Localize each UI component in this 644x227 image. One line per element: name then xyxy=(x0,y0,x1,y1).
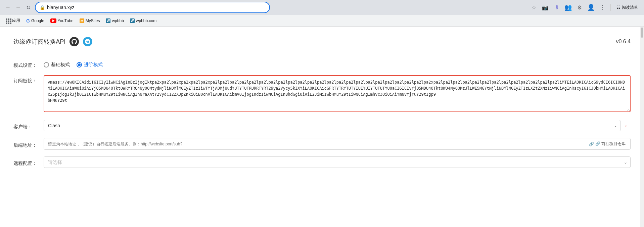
youtube-label: YouTube xyxy=(58,18,74,23)
scrollbar-thumb[interactable] xyxy=(641,28,643,38)
backend-input-group: 🔗 🔗 前往项目仓库 xyxy=(44,138,631,150)
backend-row: 后端地址： 🔗 🔗 前往项目仓库 xyxy=(13,138,631,150)
page-title-area: 边缘@订阅转换API xyxy=(13,37,92,46)
backend-control: 🔗 🔗 前往项目仓库 xyxy=(44,138,631,150)
remote-dropdown-container: 请选择 ⌄ xyxy=(44,156,631,168)
apps-label: 应用 xyxy=(12,18,20,24)
client-label: 客户端： xyxy=(13,121,37,130)
backend-input[interactable] xyxy=(44,138,584,149)
browser-toolbar: ← → ↻ 🔒 ☆ 📷 ⇩ 👥 ⚙ 👤 ⋮ ☷ 阅读清单 xyxy=(0,0,644,15)
bookmark-mysites[interactable]: M MySites xyxy=(77,17,103,24)
advanced-mode-label: 进阶模式 xyxy=(84,62,103,68)
mode-row: 模式设置： 基础模式 进阶模式 xyxy=(13,60,631,69)
mysites-label: MySites xyxy=(86,18,100,23)
page-content: 边缘@订阅转换API v0.6.4 模式设置： 基础模式 xyxy=(0,27,644,227)
bookmark-apps[interactable]: 应用 xyxy=(3,17,23,25)
bookmarks-bar: 应用 G Google YouTube M MySites W wpbbb W … xyxy=(0,15,644,27)
page-header: 边缘@订阅转换API v0.6.4 xyxy=(13,34,631,50)
reading-icon: ☷ xyxy=(617,5,620,10)
nav-buttons: ← → ↻ xyxy=(3,3,33,12)
basic-mode-option[interactable]: 基础模式 xyxy=(44,62,70,68)
remote-label: 远程配置： xyxy=(13,158,37,167)
client-select[interactable]: Clash Surge Quantumult X Loon ShadowRock… xyxy=(44,120,620,131)
bookmark-wpbbb-com[interactable]: W wpbbb.com xyxy=(127,17,159,24)
bookmark-google[interactable]: G Google xyxy=(24,17,47,25)
refresh-button[interactable]: ↻ xyxy=(24,3,33,12)
address-bar[interactable]: 🔒 xyxy=(35,2,270,13)
profile-button[interactable]: 👥 xyxy=(563,3,573,12)
menu-button[interactable]: ⋮ xyxy=(598,3,607,12)
reading-list-button[interactable]: ☷ 阅读清单 xyxy=(614,4,641,11)
page-title: 边缘@订阅转换API xyxy=(13,38,65,46)
wp-icon-2: W xyxy=(130,18,135,23)
reading-label: 阅读清单 xyxy=(622,5,638,10)
camera-button[interactable]: 📷 xyxy=(541,3,550,12)
back-button[interactable]: ← xyxy=(3,3,13,12)
wpbbb-label: wpbbb xyxy=(112,18,124,23)
repo-label: 🔗 前往项目仓库 xyxy=(595,141,626,147)
remote-control: 请选择 ⌄ xyxy=(44,156,631,168)
mysites-icon: M xyxy=(80,18,84,23)
remote-select[interactable]: 请选择 xyxy=(44,156,631,168)
wp-icon-1: W xyxy=(106,18,110,23)
red-arrow-icon: ← xyxy=(624,122,631,130)
basic-mode-radio[interactable] xyxy=(44,62,49,67)
subscription-input[interactable]: vmess://ewOKICAidiI6ICIyIiwNCiAgInBzIjog… xyxy=(44,75,631,112)
arrow-indicator: ← xyxy=(620,122,631,130)
star-button[interactable]: ☆ xyxy=(529,3,539,12)
toolbar-right: ☆ 📷 ⇩ 👥 ⚙ 👤 ⋮ ☷ 阅读清单 xyxy=(529,3,641,12)
telegram-icon[interactable] xyxy=(83,37,92,46)
client-row: 客户端： Clash Surge Quantumult X Loon Shado… xyxy=(13,120,631,131)
scrollbar[interactable] xyxy=(640,27,644,227)
backend-label: 后端地址： xyxy=(13,140,37,148)
browser-chrome: ← → ↻ 🔒 ☆ 📷 ⇩ 👥 ⚙ 👤 ⋮ ☷ 阅读清单 xyxy=(0,0,644,27)
lock-icon: 🔒 xyxy=(40,5,45,10)
google-icon: G xyxy=(26,18,30,24)
client-control: Clash Surge Quantumult X Loon ShadowRock… xyxy=(44,120,631,131)
remote-config-row: 远程配置： 请选择 ⌄ xyxy=(13,156,631,168)
bookmark-youtube[interactable]: YouTube xyxy=(48,17,76,24)
version-text: v0.6.4 xyxy=(616,39,631,45)
subscription-label: 订阅链接： xyxy=(13,75,37,84)
radio-inner xyxy=(78,63,81,66)
user-avatar-button[interactable]: 👤 xyxy=(586,3,596,12)
advanced-mode-radio[interactable] xyxy=(77,62,82,67)
extension-puzzle-button[interactable]: ⚙ xyxy=(575,3,584,12)
forward-button[interactable]: → xyxy=(13,3,23,12)
wpbbb-com-label: wpbbb.com xyxy=(136,18,156,23)
client-dropdown-container: Clash Surge Quantumult X Loon ShadowRock… xyxy=(44,120,620,131)
url-input[interactable] xyxy=(47,5,265,10)
basic-mode-label: 基础模式 xyxy=(51,62,70,68)
repo-button[interactable]: 🔗 🔗 前往项目仓库 xyxy=(584,138,630,149)
apps-icon xyxy=(6,18,11,23)
google-label: Google xyxy=(31,18,44,23)
subscription-row: 订阅链接： vmess://ewOKICAidiI6ICIyIiwNCiAgIn… xyxy=(13,75,631,113)
subscription-control: vmess://ewOKICAidiI6ICIyIiwNCiAgInBzIjog… xyxy=(44,75,631,113)
mode-label: 模式设置： xyxy=(13,60,37,69)
mode-options: 基础模式 进阶模式 xyxy=(44,60,631,68)
youtube-icon xyxy=(50,18,56,23)
extension-download-button[interactable]: ⇩ xyxy=(552,3,561,12)
advanced-mode-option[interactable]: 进阶模式 xyxy=(77,62,103,68)
divider xyxy=(610,4,611,11)
bookmark-wpbbb[interactable]: W wpbbb xyxy=(103,17,126,24)
link-icon: 🔗 xyxy=(589,142,594,146)
github-icon[interactable] xyxy=(70,37,79,46)
